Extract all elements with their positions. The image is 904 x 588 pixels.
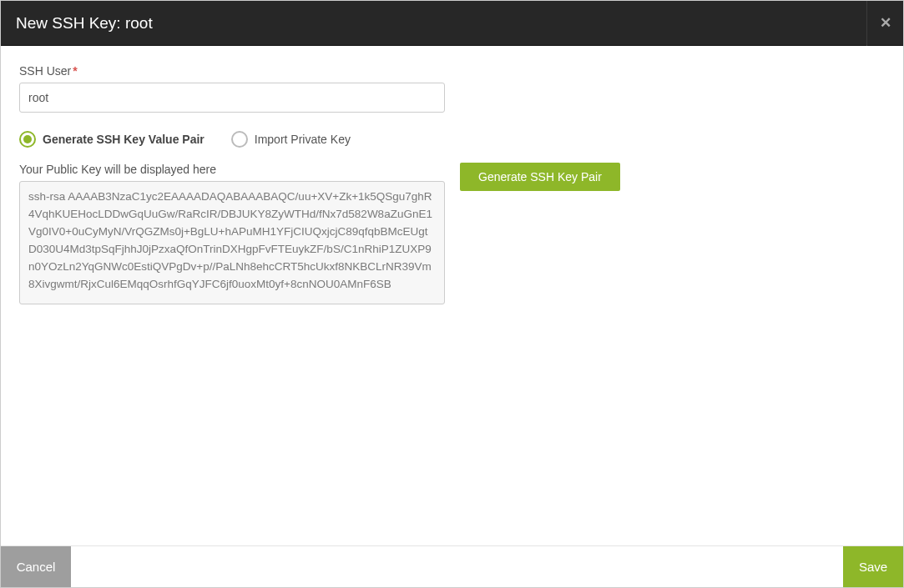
radio-icon <box>19 131 36 148</box>
radio-import[interactable]: Import Private Key <box>231 131 351 148</box>
save-button[interactable]: Save <box>843 546 903 587</box>
ssh-key-modal: New SSH Key: root ✕ SSH User* Generate S… <box>0 0 904 588</box>
ssh-user-label-text: SSH User <box>19 64 71 78</box>
radio-generate[interactable]: Generate SSH Key Value Pair <box>19 131 205 148</box>
modal-header: New SSH Key: root ✕ <box>1 1 903 46</box>
required-asterisk: * <box>73 64 77 78</box>
modal-title: New SSH Key: root <box>16 14 153 33</box>
public-key-label: Your Public Key will be displayed here <box>19 163 445 176</box>
ssh-user-label: SSH User* <box>19 64 885 78</box>
close-icon: ✕ <box>880 16 891 30</box>
close-button[interactable]: ✕ <box>866 1 903 46</box>
radio-import-label: Import Private Key <box>255 133 351 146</box>
key-mode-radios: Generate SSH Key Value Pair Import Priva… <box>19 131 885 148</box>
ssh-user-input[interactable] <box>19 83 445 113</box>
modal-body: SSH User* Generate SSH Key Value Pair Im… <box>1 46 903 545</box>
public-key-column: Your Public Key will be displayed here s… <box>19 163 445 307</box>
modal-footer: Cancel Save <box>1 545 903 587</box>
generate-button[interactable]: Generate SSH Key Pair <box>460 163 620 191</box>
public-key-textarea[interactable]: ssh-rsa AAAAB3NzaC1yc2EAAAADAQABAAABAQC/… <box>19 181 445 304</box>
cancel-button[interactable]: Cancel <box>1 546 71 587</box>
key-section: Your Public Key will be displayed here s… <box>19 163 885 307</box>
radio-icon <box>231 131 248 148</box>
radio-generate-label: Generate SSH Key Value Pair <box>43 133 205 146</box>
